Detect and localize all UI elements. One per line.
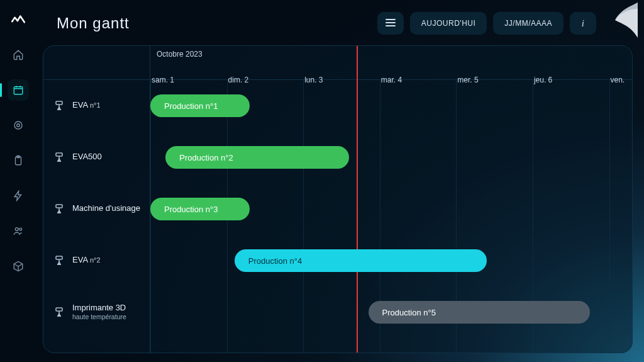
- machine-label: EVA n°1: [72, 100, 101, 110]
- svg-rect-12: [56, 205, 62, 208]
- date-format-button[interactable]: JJ/MM/AAAA: [493, 12, 564, 35]
- sidebar-item-users[interactable]: [8, 220, 29, 242]
- svg-point-6: [19, 228, 22, 230]
- header-bar: Mon gantt AUJOURD'HUI JJ/MM/AAAA i: [43, 9, 633, 38]
- gantt-bar[interactable]: Production n°3: [150, 198, 250, 220]
- sidebar-item-cube[interactable]: [8, 256, 29, 277]
- today-indicator-line: [357, 46, 358, 80]
- machine-label: Machine d'usinage: [72, 203, 140, 213]
- machine-row: Machine d'usinage: [43, 183, 150, 235]
- gantt-bar[interactable]: Production n°1: [150, 94, 250, 117]
- sidebar-item-bolt[interactable]: [8, 185, 29, 206]
- gantt-header: Octobre 2023 sam. 1dim. 2lun. 3mar. 4mer…: [43, 46, 632, 80]
- today-indicator-line: [357, 80, 358, 353]
- gantt-bar[interactable]: Production n°4: [235, 249, 487, 272]
- machine-row: EVA500: [43, 132, 150, 183]
- machine-label: EVA n°2: [72, 255, 101, 265]
- info-icon: i: [582, 18, 585, 29]
- main-area: Mon gantt AUJOURD'HUI JJ/MM/AAAA i Octob…: [36, 0, 644, 362]
- svg-point-1: [14, 122, 22, 129]
- svg-rect-11: [56, 153, 62, 156]
- month-label: Octobre 2023: [157, 50, 203, 59]
- today-button[interactable]: AUJOURD'HUI: [410, 12, 487, 35]
- sidebar-item-home[interactable]: [8, 44, 29, 65]
- machine-icon: [53, 307, 65, 318]
- gantt-bar[interactable]: Production n°2: [165, 146, 349, 169]
- info-button[interactable]: i: [570, 12, 596, 35]
- menu-icon: [385, 18, 396, 29]
- svg-point-5: [15, 228, 18, 231]
- machine-row: Imprimante 3Dhaute température: [43, 286, 150, 338]
- page-title: Mon gantt: [57, 14, 130, 32]
- svg-rect-13: [56, 256, 62, 259]
- machine-icon: [53, 255, 65, 266]
- gantt-bar[interactable]: Production n°5: [369, 301, 591, 324]
- page-curl-icon: [602, 3, 638, 38]
- svg-rect-10: [56, 101, 62, 105]
- sidebar-item-clipboard[interactable]: [8, 150, 29, 171]
- machine-icon: [53, 100, 65, 111]
- sidebar-item-target[interactable]: [8, 115, 29, 136]
- machine-row: EVA n°2: [43, 235, 150, 286]
- svg-rect-14: [56, 308, 62, 311]
- machine-label: Imprimante 3Dhaute température: [72, 303, 126, 321]
- gantt-panel: Octobre 2023 sam. 1dim. 2lun. 3mar. 4mer…: [43, 45, 633, 353]
- svg-rect-0: [14, 87, 23, 94]
- app-logo: [10, 11, 26, 30]
- svg-point-2: [17, 124, 20, 127]
- machine-label: EVA500: [72, 152, 102, 162]
- sidebar: [0, 0, 36, 362]
- menu-button[interactable]: [377, 12, 404, 35]
- sidebar-item-calendar[interactable]: [8, 79, 29, 101]
- machine-icon: [53, 152, 65, 163]
- machine-icon: [53, 203, 65, 215]
- machine-row: EVA n°1: [43, 80, 150, 132]
